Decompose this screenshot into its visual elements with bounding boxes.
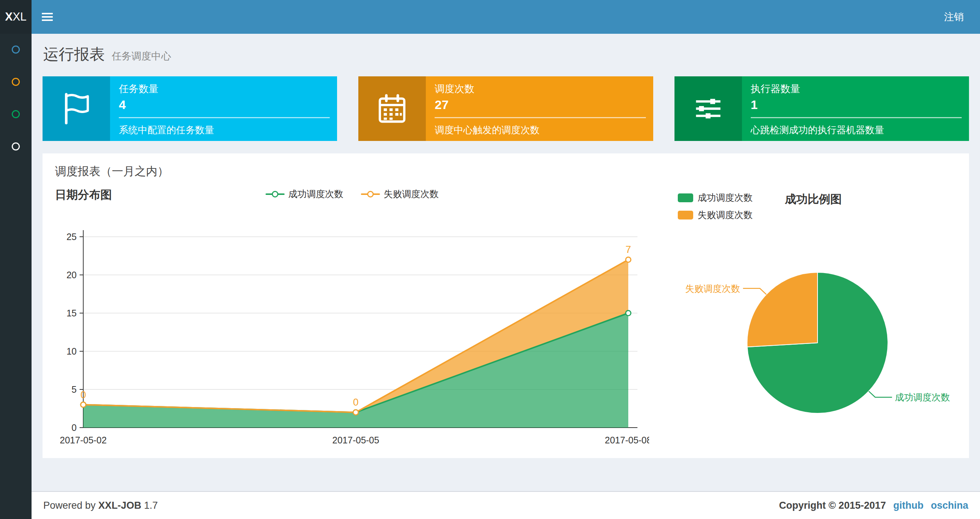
svg-text:0: 0: [353, 397, 358, 408]
info-box-label: 调度次数: [434, 82, 646, 96]
legend-swatch-icon: [678, 211, 693, 219]
svg-text:2017-05-02: 2017-05-02: [60, 435, 107, 445]
powered-by: Powered by XXL-JOB 1.7: [43, 500, 158, 511]
page-subtitle: 任务调度中心: [111, 51, 171, 62]
pie-chart-header: 成功调度次数 失败调度次数 成功比例图: [649, 187, 957, 219]
pie-chart[interactable]: 成功调度次数失败调度次数: [649, 219, 957, 454]
svg-text:失败调度次数: 失败调度次数: [685, 283, 740, 294]
info-box-divider: [751, 117, 962, 118]
info-box-body: 调度次数 27 调度中心触发的调度次数: [426, 76, 653, 141]
info-box-triggers: 调度次数 27 调度中心触发的调度次数: [358, 76, 653, 141]
legend-label: 成功调度次数: [288, 188, 343, 200]
svg-text:20: 20: [66, 270, 76, 280]
line-chart[interactable]: 05101520252017-05-022017-05-052017-05-08…: [55, 210, 649, 449]
info-box-body: 任务数量 4 系统中配置的任务数量: [110, 76, 337, 141]
info-box-value: 1: [751, 97, 962, 112]
sidebar-item-4-icon[interactable]: [12, 142, 20, 150]
legend-swatch-icon: [678, 193, 693, 202]
info-box-divider: [434, 117, 646, 118]
page-header: 运行报表 任务调度中心: [43, 44, 968, 65]
info-box-description: 系统中配置的任务数量: [119, 124, 330, 137]
sidebar-item-1-icon[interactable]: [12, 46, 20, 54]
info-box-label: 执行器数量: [751, 82, 962, 96]
flag-icon: [43, 76, 110, 141]
line-chart-container: 日期分布图 成功调度次数 失败调度次数 0510152: [55, 187, 649, 455]
pie-chart-title: 成功比例图: [785, 192, 842, 207]
legend-item-success[interactable]: 成功调度次数: [678, 192, 752, 204]
svg-text:2017-05-05: 2017-05-05: [332, 435, 379, 445]
logo-text-bold: X: [5, 10, 13, 24]
svg-text:5: 5: [72, 384, 76, 394]
svg-text:15: 15: [66, 308, 76, 318]
sidebar-item-3-icon[interactable]: [12, 110, 20, 118]
legend-item-fail[interactable]: 失败调度次数: [361, 188, 439, 200]
page-title: 运行报表: [43, 46, 105, 63]
legend-label: 失败调度次数: [383, 188, 439, 200]
svg-text:0: 0: [80, 390, 86, 401]
svg-text:10: 10: [66, 346, 76, 356]
navbar: 注销: [32, 0, 980, 34]
svg-text:0: 0: [72, 422, 76, 433]
info-box-value: 27: [434, 97, 646, 112]
sliders-icon: [675, 76, 742, 141]
legend-item-success[interactable]: 成功调度次数: [266, 188, 343, 200]
info-box-executors: 执行器数量 1 心跳检测成功的执行器机器数量: [675, 76, 969, 141]
info-box-value: 4: [119, 97, 330, 112]
logout-link[interactable]: 注销: [944, 10, 964, 24]
oschina-link[interactable]: oschina: [931, 500, 968, 511]
svg-text:成功调度次数: 成功调度次数: [895, 392, 950, 402]
top-navbar: XXL 注销: [0, 0, 980, 34]
product-version: 1.7: [144, 500, 158, 511]
logo[interactable]: XXL: [0, 0, 32, 34]
legend-label: 成功调度次数: [698, 192, 752, 204]
info-box-row: 任务数量 4 系统中配置的任务数量: [43, 76, 969, 141]
main-content: 运行报表 任务调度中心 任务数量 4 系统中配置的任务数量: [32, 34, 980, 519]
info-box-label: 任务数量: [119, 82, 330, 96]
info-box-body: 执行器数量 1 心跳检测成功的执行器机器数量: [742, 76, 969, 141]
hamburger-icon: [42, 11, 53, 23]
line-marker-icon: [266, 190, 285, 198]
logo-text: XL: [13, 10, 26, 24]
svg-text:7: 7: [625, 244, 631, 255]
svg-text:2017-05-08: 2017-05-08: [605, 435, 649, 445]
copyright-area: Copyright © 2015-2017 github oschina: [779, 500, 968, 511]
info-box-description: 调度中心触发的调度次数: [434, 124, 646, 137]
info-box-jobs: 任务数量 4 系统中配置的任务数量: [43, 76, 337, 141]
svg-text:25: 25: [66, 232, 76, 242]
copyright-text: Copyright © 2015-2017: [779, 500, 886, 511]
report-panel: 调度报表（一月之内） 日期分布图 成功调度次数 失败调度次数: [43, 153, 969, 458]
calendar-icon: [358, 76, 426, 141]
sidebar-toggle-button[interactable]: [32, 0, 63, 34]
powered-by-prefix: Powered by: [43, 500, 96, 511]
sidebar: [0, 34, 32, 519]
panel-title: 调度报表（一月之内）: [55, 164, 956, 179]
info-box-divider: [119, 117, 330, 118]
pie-chart-container: 成功调度次数 失败调度次数 成功比例图 成功调度次数失败调度次数: [649, 187, 957, 455]
product-name: XXL-JOB: [98, 500, 141, 511]
line-chart-header: 日期分布图 成功调度次数 失败调度次数: [55, 187, 649, 210]
pie-legend: 成功调度次数 失败调度次数: [678, 192, 752, 221]
github-link[interactable]: github: [893, 500, 924, 511]
info-box-description: 心跳检测成功的执行器机器数量: [751, 124, 962, 137]
charts-row: 日期分布图 成功调度次数 失败调度次数 0510152: [55, 187, 956, 455]
sidebar-item-2-icon[interactable]: [12, 78, 20, 86]
line-chart-legend: 成功调度次数 失败调度次数: [55, 188, 649, 200]
footer: Powered by XXL-JOB 1.7 Copyright © 2015-…: [32, 491, 980, 519]
line-marker-icon: [361, 190, 380, 198]
